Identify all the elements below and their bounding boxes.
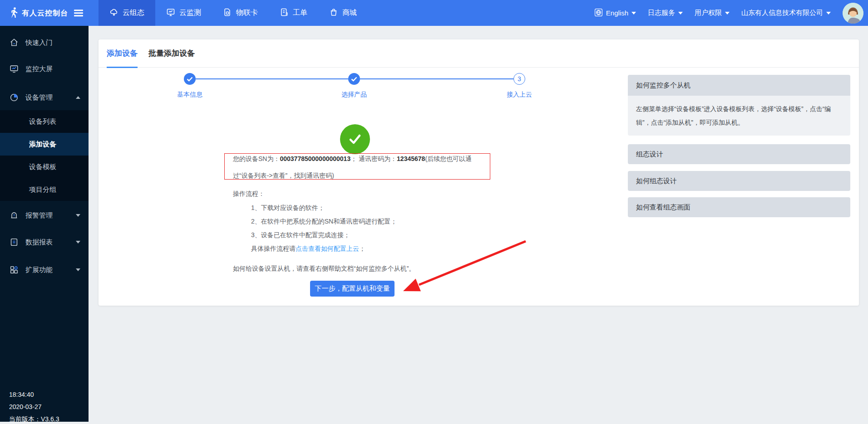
flow-link-suffix: ； — [359, 245, 365, 252]
brand-title: 有人云控制台 — [22, 8, 68, 18]
how-to-configure-link[interactable]: 点击查看如何配置上云 — [296, 245, 359, 252]
help-body-monitor-slaves: 左侧菜单选择“设备模板”进入设备模板列表，选择“设备模板”，点击“编辑”，点击“… — [628, 96, 850, 136]
log-service-menu[interactable]: 日志服务 — [648, 9, 683, 17]
mall-icon — [329, 8, 338, 19]
next-step-button[interactable]: 下一步，配置从机和变量 — [310, 281, 395, 297]
nav-tab-label: 云组态 — [123, 8, 144, 18]
chevron-down-icon — [76, 241, 80, 244]
top-navbar: 有人云控制台 云组态 云监测 物联卡 工单 商城 English — [0, 0, 868, 26]
company-label: 山东有人信息技术有限公司 — [741, 9, 823, 17]
help-box-scada-design: 组态设计 — [628, 144, 850, 164]
sidebar-subitem-project-group[interactable]: 项目分组 — [0, 178, 89, 201]
step-label-select-product: 选择产品 — [322, 91, 386, 99]
tab-batch-add-device[interactable]: 批量添加设备 — [148, 39, 195, 68]
top-nav-tabs: 云组态 云监测 物联卡 工单 商城 — [99, 0, 368, 26]
sidebar-item-data-report[interactable]: 数据报表 — [0, 229, 89, 255]
company-menu[interactable]: 山东有人信息技术有限公司 — [741, 9, 831, 17]
flow-link-prefix: 具体操作流程请 — [251, 245, 296, 252]
sidebar-subitem-add-device[interactable]: 添加设备 — [0, 133, 89, 156]
slave-config-note: 如何给设备设置从机，请查看右侧帮助文档“如何监控多个从机”。 — [233, 263, 415, 274]
device-management-submenu: 设备列表 添加设备 设备模板 项目分组 — [0, 110, 89, 201]
nav-tab-iot-sim[interactable]: 物联卡 — [212, 0, 269, 26]
sn-info-line2: 过“设备列表->查看”，找到通讯密码) — [233, 170, 334, 181]
sidebar-subitem-label: 设备列表 — [29, 117, 56, 126]
flow-title: 操作流程： — [233, 188, 265, 199]
sidebar-item-extensions[interactable]: 扩展功能 — [0, 257, 89, 283]
device-pie-icon — [9, 93, 19, 102]
tab-label: 添加设备 — [107, 48, 138, 58]
nav-tab-label: 云监测 — [179, 8, 201, 18]
red-annotation-arrow — [394, 237, 539, 298]
monitor-icon — [166, 8, 175, 19]
chevron-down-icon — [725, 12, 730, 15]
sidebar: 快速入门 监控大屏 设备管理 设备列表 添加设备 设备模板 项目分组 报警管理 … — [0, 26, 89, 422]
nav-tab-cloud-scada[interactable]: 云组态 — [99, 0, 155, 26]
language-selector[interactable]: English — [594, 8, 636, 18]
sidebar-subitem-device-template[interactable]: 设备模板 — [0, 156, 89, 178]
help-title-view-scada[interactable]: 如何查看组态画面 — [628, 197, 850, 217]
big-screen-icon — [9, 64, 19, 74]
version-label: 当前版本：V3.6.3 — [9, 413, 59, 424]
nav-tab-label: 工单 — [293, 8, 307, 18]
sidebar-subitem-device-list[interactable]: 设备列表 — [0, 110, 89, 133]
nav-tab-work-order[interactable]: 工单 — [269, 0, 318, 26]
sidebar-item-label: 扩展功能 — [25, 266, 53, 274]
chevron-down-icon — [678, 12, 683, 15]
device-sn-value: 00037785000000000013 — [280, 155, 350, 162]
stepper-line — [196, 78, 348, 79]
alarm-bell-icon — [9, 210, 19, 220]
chevron-down-icon — [631, 12, 636, 15]
help-box-how-to-scada: 如何组态设计 — [628, 171, 850, 191]
sidebar-item-label: 报警管理 — [25, 211, 53, 220]
step-3-number: 3 — [513, 73, 525, 85]
step-label-connect-cloud: 接入上云 — [488, 91, 551, 99]
work-order-icon — [280, 8, 289, 19]
tab-add-device[interactable]: 添加设备 — [107, 39, 138, 68]
sidebar-item-device-management[interactable]: 设备管理 — [0, 85, 89, 110]
user-rights-label: 用户权限 — [695, 9, 722, 17]
nav-tab-label: 物联卡 — [236, 8, 258, 18]
sn-info-line1: 您的设备SN为：00037785000000000013； 通讯密码为：1234… — [233, 153, 472, 164]
sn-tail: (后续您也可以通 — [425, 155, 472, 162]
sim-card-icon — [223, 8, 232, 19]
main-card: 添加设备 批量添加设备 3 基本信息 选择产品 接入上云 您的设备SN为：000… — [99, 39, 859, 306]
avatar[interactable] — [843, 3, 863, 24]
help-title-scada-design[interactable]: 组态设计 — [628, 144, 850, 164]
step-2-done-icon — [348, 73, 360, 85]
tab-label: 批量添加设备 — [148, 48, 195, 58]
nav-tab-label: 商城 — [342, 8, 357, 18]
flow-link-line: 具体操作流程请点击查看如何配置上云； — [251, 243, 365, 254]
flow-step-3: 3、设备已在软件中配置完成连接； — [251, 229, 350, 240]
data-report-icon — [9, 237, 19, 247]
sidebar-item-quick-start[interactable]: 快速入门 — [0, 30, 89, 55]
globe-icon — [594, 8, 603, 18]
extensions-grid-icon — [9, 265, 19, 275]
help-title-how-to-scada[interactable]: 如何组态设计 — [628, 171, 850, 191]
current-time: 18:34:40 — [9, 389, 59, 401]
content-tabs: 添加设备 批量添加设备 — [99, 39, 859, 68]
help-title-monitor-slaves[interactable]: 如何监控多个从机 — [628, 75, 850, 96]
home-icon — [9, 38, 19, 48]
flow-step-2: 2、在软件中把系统分配的SN和通讯密码进行配置； — [251, 216, 397, 227]
sidebar-subitem-label: 项目分组 — [29, 185, 56, 194]
nav-tab-cloud-monitor[interactable]: 云监测 — [155, 0, 212, 26]
sidebar-item-label: 监控大屏 — [25, 65, 53, 73]
help-box-view-scada: 如何查看组态画面 — [628, 197, 850, 217]
language-label: English — [606, 9, 628, 17]
comm-password-value: 12345678 — [397, 155, 425, 162]
sidebar-item-label: 数据报表 — [25, 238, 53, 247]
menu-toggle-icon[interactable] — [74, 8, 83, 18]
step-label-basic-info: 基本信息 — [158, 91, 222, 99]
sidebar-item-alarm-management[interactable]: 报警管理 — [0, 203, 89, 228]
user-rights-menu[interactable]: 用户权限 — [695, 9, 730, 17]
nav-tab-mall[interactable]: 商城 — [318, 0, 368, 26]
chevron-up-icon — [76, 96, 80, 99]
current-date: 2020-03-27 — [9, 401, 59, 413]
password-prefix: ； 通讯密码为： — [350, 155, 397, 162]
brand-logo-icon — [7, 6, 20, 20]
sidebar-item-big-screen[interactable]: 监控大屏 — [0, 56, 89, 82]
brand[interactable]: 有人云控制台 — [0, 0, 89, 26]
chevron-down-icon — [76, 214, 80, 217]
sidebar-subitem-label: 设备模板 — [29, 163, 56, 171]
sn-prefix: 您的设备SN为： — [233, 155, 280, 162]
